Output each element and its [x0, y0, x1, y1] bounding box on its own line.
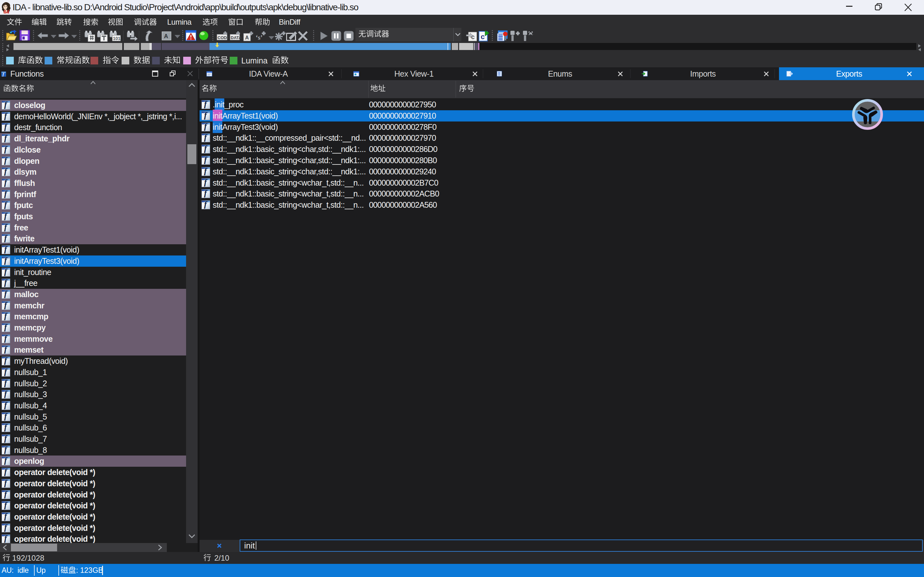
svg-text:101: 101 — [113, 36, 121, 41]
svg-text:64: 64 — [3, 9, 9, 13]
svg-text:A: A — [164, 33, 168, 39]
svg-text:A: A — [245, 35, 249, 40]
svg-text:DATA: DATA — [231, 35, 241, 40]
svg-text:c: c — [481, 33, 485, 41]
svg-text:CODE: CODE — [218, 35, 229, 40]
svg-text:‘s’: ‘s’ — [256, 34, 262, 41]
